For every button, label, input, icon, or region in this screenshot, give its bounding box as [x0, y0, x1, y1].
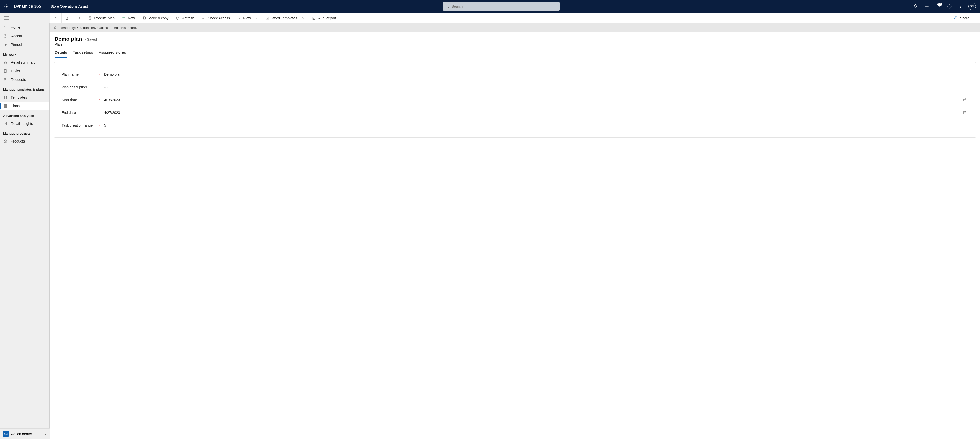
site-nav: Home Recent Pinned My work Retail summar… — [0, 13, 50, 439]
nav-pinned[interactable]: Pinned — [0, 40, 49, 49]
flow-button[interactable]: Flow — [234, 13, 262, 23]
settings-icon[interactable] — [944, 0, 955, 13]
area-switcher[interactable]: AC Action center — [0, 428, 50, 439]
svg-rect-52 — [964, 111, 966, 114]
chevron-down-icon — [341, 16, 344, 20]
nav-label: Retail summary — [11, 60, 35, 64]
field-start-date: Start date * 4/18/2023 — [62, 93, 969, 106]
svg-point-9 — [446, 5, 448, 7]
chevron-down-icon — [974, 16, 977, 20]
box-icon — [3, 139, 8, 143]
svg-rect-47 — [55, 27, 56, 28]
nav-group-products: Manage products — [0, 128, 49, 137]
share-button[interactable]: Share — [950, 13, 980, 23]
clock-icon — [3, 34, 8, 38]
svg-rect-22 — [6, 62, 7, 63]
clipboard-icon — [3, 69, 8, 73]
field-value[interactable]: 5 — [103, 123, 969, 128]
nav-group-templates: Manage templates & plans — [0, 84, 49, 93]
nav-requests[interactable]: Requests — [0, 75, 49, 84]
tab-task-setups[interactable]: Task setups — [73, 50, 93, 58]
record-status: - Saved — [85, 37, 97, 42]
refresh-button[interactable]: Refresh — [172, 13, 198, 23]
chevron-down-icon — [302, 16, 305, 20]
nav-templates[interactable]: Templates — [0, 93, 49, 102]
field-value[interactable]: 4/27/2023 — [103, 110, 961, 115]
record-title: Demo plan — [55, 36, 82, 42]
home-icon — [3, 25, 8, 29]
lock-icon — [54, 26, 57, 30]
notifications-icon[interactable]: 10 — [932, 0, 944, 13]
nav-label: Templates — [11, 95, 27, 99]
nav-plans[interactable]: Plans — [0, 102, 49, 110]
field-value[interactable]: --- — [103, 85, 969, 89]
plus-icon[interactable] — [921, 0, 932, 13]
nav-toggle-icon[interactable] — [0, 13, 50, 23]
nav-retail-insights[interactable]: Retail insights — [0, 119, 49, 128]
svg-point-41 — [202, 17, 204, 19]
app-launcher-icon[interactable] — [0, 4, 13, 9]
app-name[interactable]: Store Operations Assist — [46, 4, 92, 8]
field-label: Plan description — [62, 85, 99, 89]
svg-point-3 — [4, 6, 5, 6]
field-value[interactable]: Demo plan — [103, 72, 969, 77]
chevron-down-icon — [43, 43, 46, 47]
svg-point-7 — [6, 7, 6, 8]
field-task-creation-range: Task creation range * 5 — [62, 119, 969, 132]
svg-rect-48 — [964, 99, 966, 101]
insights-icon — [3, 121, 8, 126]
nav-recent[interactable]: Recent — [0, 32, 49, 40]
search-container — [92, 2, 910, 11]
notification-badge: 10 — [937, 3, 942, 6]
svg-rect-37 — [77, 17, 80, 19]
run-report-button[interactable]: Run Report — [308, 13, 347, 23]
svg-line-42 — [204, 18, 205, 19]
check-access-button[interactable]: Check Access — [198, 13, 234, 23]
required-mark: * — [99, 124, 103, 128]
svg-rect-27 — [4, 105, 7, 107]
cmd-label: Check Access — [207, 16, 230, 20]
word-templates-button[interactable]: Word Templates — [262, 13, 308, 23]
nav-tasks[interactable]: Tasks — [0, 67, 49, 75]
cmd-label: Word Templates — [272, 16, 298, 20]
help-icon[interactable] — [955, 0, 966, 13]
svg-rect-44 — [313, 17, 315, 19]
back-button[interactable] — [50, 13, 61, 23]
svg-point-5 — [7, 6, 8, 6]
brand-title[interactable]: Dynamics 365 — [13, 4, 46, 9]
field-value[interactable]: 4/18/2023 — [103, 98, 961, 102]
execute-plan-button[interactable]: Execute plan — [84, 13, 118, 23]
nav-products[interactable]: Products — [0, 137, 49, 145]
calendar-icon[interactable] — [961, 98, 969, 102]
svg-rect-19 — [4, 61, 5, 62]
content-area: Execute plan New Make a copy Refresh Che… — [50, 13, 980, 439]
tab-details[interactable]: Details — [55, 50, 67, 58]
nav-home[interactable]: Home — [0, 23, 49, 32]
lightbulb-icon[interactable] — [910, 0, 921, 13]
readonly-text: Read-only: You don't have access to edit… — [60, 26, 137, 30]
nav-label: Requests — [11, 78, 26, 82]
field-label: Task creation range — [62, 123, 99, 128]
file-icon — [3, 95, 8, 99]
popout-icon[interactable] — [73, 13, 84, 23]
search-input[interactable] — [449, 4, 557, 8]
new-button[interactable]: New — [118, 13, 138, 23]
tab-assigned-stores[interactable]: Assigned stores — [99, 50, 126, 58]
calendar-icon[interactable] — [961, 110, 969, 115]
readonly-banner: Read-only: You don't have access to edit… — [50, 24, 980, 32]
grid-icon — [3, 104, 8, 108]
user-avatar[interactable]: SM — [968, 3, 976, 10]
details-card: Plan name * Demo plan Plan description -… — [54, 62, 976, 138]
field-plan-name: Plan name * Demo plan — [62, 68, 969, 81]
required-mark: * — [99, 98, 103, 102]
nav-label: Retail insights — [11, 121, 33, 126]
nav-group-mywork: My work — [0, 49, 49, 58]
open-record-set-icon[interactable] — [62, 13, 73, 23]
area-badge: AC — [3, 431, 9, 437]
global-search[interactable] — [443, 2, 560, 11]
nav-retail-summary[interactable]: Retail summary — [0, 58, 49, 67]
make-copy-button[interactable]: Make a copy — [138, 13, 172, 23]
pin-icon — [3, 43, 8, 47]
field-label: Start date — [62, 98, 99, 102]
record-entity: Plan — [55, 42, 975, 46]
